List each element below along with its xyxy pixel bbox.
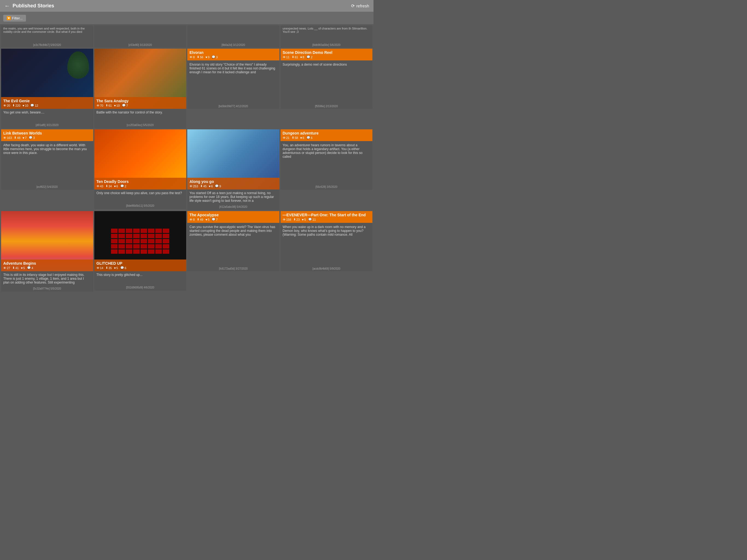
comment-icon: 💬 bbox=[29, 136, 32, 139]
stories-grid: The Evil Genie 👁 20 ⬇ 220 ♥ 10 💬 12 [d91… bbox=[0, 48, 374, 293]
likes-stat: ♥ 6 bbox=[209, 184, 213, 188]
download-icon: ⬇ bbox=[14, 136, 17, 139]
card-wrapper-adventure-begins[interactable]: Adventure Begins 👁 27 ⬇ 41 ♥ 5 💬 4 [5c32… bbox=[1, 211, 93, 292]
card-header-evil-genie: The Evil Genie 👁 20 ⬇ 220 ♥ 10 💬 12 bbox=[1, 97, 93, 109]
comments-stat: 💬 3 bbox=[29, 136, 35, 139]
partial-card-4-footer: [8db983a58e] 5/6/2020 bbox=[281, 44, 373, 47]
card-footer-scene-direction: [f5596e] 2/13/2020 bbox=[281, 104, 373, 109]
comment-icon: 💬 bbox=[120, 266, 124, 270]
card-body-text-ten-deadly: Only one choice will keep you alive, can… bbox=[94, 189, 186, 203]
card-footer-text-sara-analogy: [cc2f2a63ec] 5/5/2020 bbox=[94, 123, 186, 128]
card-wrapper-sara-analogy[interactable]: The Sara Analogy 👁 70 ⬇ 61 ♥ 10 💬 7 [cc2… bbox=[94, 49, 186, 128]
comments-stat: 💬 6 bbox=[307, 136, 312, 139]
download-icon: ⬇ bbox=[12, 104, 15, 107]
story-card-ten-deadly[interactable]: Ten Deadly Doors 👁 43 ⬇ 34 ♥ 6 💬 2 [8de8… bbox=[94, 129, 186, 189]
story-card-along-you-go[interactable]: Along you go 👁 253 ⬇ 45 ♥ 6 💬 9 [412a5ab… bbox=[187, 129, 279, 189]
card-title-sara-analogy: The Sara Analogy bbox=[97, 99, 184, 103]
download-icon: ⬇ bbox=[106, 184, 108, 188]
card-footer-elvoran: [bd3dc09d77] 4/12/2020 bbox=[187, 104, 279, 109]
views-icon: 👁 bbox=[3, 136, 6, 139]
download-icon: ⬇ bbox=[197, 218, 199, 221]
card-header-sara-analogy: The Sara Analogy 👁 70 ⬇ 61 ♥ 10 💬 7 bbox=[94, 97, 186, 109]
story-card-scene-direction[interactable]: Scene Direction Demo Reel 👁 11 ⬇ 61 ♥ 8 … bbox=[281, 49, 373, 109]
card-header-dungeon: Dungeon adventure 👁 21 ⬇ 58 ♥ 6 💬 6 bbox=[281, 129, 373, 141]
likes-stat: ♥ 10 bbox=[114, 104, 120, 107]
card-title-evenever: —EVENEVER—Part One: The Start of the End bbox=[283, 213, 370, 217]
card-title-apocalypse: The Apocalypse bbox=[189, 213, 277, 217]
story-card-evil-genie[interactable]: The Evil Genie 👁 20 ⬇ 220 ♥ 10 💬 12 [d91… bbox=[1, 49, 93, 109]
story-card-dungeon[interactable]: Dungeon adventure 👁 21 ⬇ 58 ♥ 6 💬 6 You,… bbox=[281, 129, 373, 189]
card-wrapper-glitched-up[interactable]: GLITCHED UP 👁 14 ⬇ 35 ♥ 5 💬 6 [552d9695d… bbox=[94, 211, 186, 292]
card-stats-apocalypse: 👁 8 ⬇ 49 ♥ 5 💬 7 bbox=[189, 218, 277, 221]
back-button[interactable]: ← bbox=[4, 3, 10, 9]
partial-card-1[interactable]: the realm, you are well known and well r… bbox=[1, 26, 93, 48]
views-stat: 👁 11 bbox=[283, 55, 289, 59]
card-body-link-between: After facing death, you wake up in a dif… bbox=[1, 141, 93, 184]
refresh-label: refresh bbox=[356, 4, 369, 8]
story-card-link-between[interactable]: Link Between Worlds 👁 163 ⬇ 48 ♥ 7 💬 3 A… bbox=[1, 129, 93, 189]
downloads-stat: ⬇ 35 bbox=[106, 266, 112, 270]
card-footer-dungeon: [56c628] 3/5/2020 bbox=[281, 184, 373, 189]
refresh-icon: ⟳ bbox=[351, 3, 355, 8]
card-stats-sara-analogy: 👁 70 ⬇ 61 ♥ 10 💬 7 bbox=[97, 104, 184, 107]
card-body-text-along-you-go: You started Off as a teen just making a … bbox=[187, 189, 279, 204]
views-icon: 👁 bbox=[283, 218, 286, 221]
card-header-evenever: —EVENEVER—Part One: The Start of the End… bbox=[281, 211, 373, 223]
card-footer-evenever: [acdc8b4b69] 5/9/2020 bbox=[281, 266, 373, 271]
heart-icon: ♥ bbox=[23, 104, 25, 107]
views-stat: 👁 70 bbox=[97, 104, 103, 107]
card-wrapper-evil-genie[interactable]: The Evil Genie 👁 20 ⬇ 220 ♥ 10 💬 12 [d91… bbox=[1, 49, 93, 128]
download-icon: ⬇ bbox=[106, 104, 108, 107]
partial-card-4[interactable]: unexpected news. Lots __ of characters a… bbox=[281, 26, 373, 48]
story-card-evenever[interactable]: —EVENEVER—Part One: The Start of the End… bbox=[281, 211, 373, 271]
comment-icon: 💬 bbox=[27, 266, 31, 270]
card-wrapper-along-you-go[interactable]: Along you go 👁 253 ⬇ 45 ♥ 6 💬 9 [412a5ab… bbox=[187, 129, 279, 210]
card-wrapper-ten-deadly[interactable]: Ten Deadly Doors 👁 43 ⬇ 34 ♥ 6 💬 2 [8de8… bbox=[94, 129, 186, 210]
card-stats-adventure-begins: 👁 27 ⬇ 41 ♥ 5 💬 4 bbox=[3, 266, 91, 270]
partial-card-2[interactable]: [c53e80] 3/13/2020 bbox=[94, 26, 186, 48]
story-card-elvoran[interactable]: Elvoran 👁 8 ⬇ 56 ♥ 9 💬 3 Elvoran is my o… bbox=[187, 49, 279, 109]
downloads-stat: ⬇ 220 bbox=[12, 104, 20, 107]
downloads-stat: ⬇ 41 bbox=[12, 266, 19, 270]
story-card-glitched-up[interactable]: GLITCHED UP 👁 14 ⬇ 35 ♥ 5 💬 6 [552d9695d… bbox=[94, 211, 186, 271]
likes-stat: ♥ 7 bbox=[23, 136, 27, 139]
card-stats-glitched-up: 👁 14 ⬇ 35 ♥ 5 💬 6 bbox=[97, 266, 184, 270]
partial-card-1-body: the realm, you are well known and well r… bbox=[1, 26, 93, 34]
views-icon: 👁 bbox=[283, 55, 286, 59]
download-icon: ⬇ bbox=[200, 184, 203, 188]
downloads-stat: ⬇ 58 bbox=[292, 136, 298, 139]
views-stat: 👁 8 bbox=[189, 55, 195, 59]
filter-button[interactable]: 🔽 Filter... bbox=[3, 15, 26, 22]
comments-stat: 💬 7 bbox=[122, 104, 128, 107]
card-stats-elvoran: 👁 8 ⬇ 56 ♥ 9 💬 3 bbox=[189, 55, 277, 59]
story-card-sara-analogy[interactable]: The Sara Analogy 👁 70 ⬇ 61 ♥ 10 💬 7 [cc2… bbox=[94, 49, 186, 109]
views-icon: 👁 bbox=[97, 266, 100, 270]
views-stat: 👁 43 bbox=[97, 184, 103, 188]
heart-icon: ♥ bbox=[205, 55, 207, 59]
card-footer-text-evil-genie: [d91af8] 3/21/2020 bbox=[1, 123, 93, 128]
comments-stat: 💬 11 bbox=[308, 218, 316, 221]
partial-card-4-body: unexpected news. Lots __ of characters a… bbox=[281, 26, 373, 34]
heart-icon: ♥ bbox=[205, 218, 207, 221]
likes-stat: ♥ 8 bbox=[300, 55, 304, 59]
heart-icon: ♥ bbox=[300, 136, 302, 139]
header-left: ← Published Stories bbox=[4, 3, 54, 9]
partial-card-3-body bbox=[187, 26, 279, 28]
refresh-button[interactable]: ⟳ refresh bbox=[351, 3, 369, 8]
story-card-adventure-begins[interactable]: Adventure Begins 👁 27 ⬇ 41 ♥ 5 💬 4 [5c32… bbox=[1, 211, 93, 271]
card-footer-link-between: [ecf822] 5/4/2020 bbox=[1, 184, 93, 189]
comment-icon: 💬 bbox=[30, 104, 34, 107]
filter-bar: 🔽 Filter... bbox=[0, 12, 374, 25]
partial-card-3[interactable]: [8b0a2d] 3/12/2020 bbox=[187, 26, 279, 48]
comments-stat: 💬 2 bbox=[120, 184, 126, 188]
views-stat: 👁 21 bbox=[283, 136, 289, 139]
story-card-apocalypse[interactable]: The Apocalypse 👁 8 ⬇ 49 ♥ 5 💬 7 Can you … bbox=[187, 211, 279, 271]
views-stat: 👁 163 bbox=[3, 136, 12, 139]
card-footer-apocalypse: [fc6172ad0d] 3/27/2020 bbox=[187, 266, 279, 271]
heart-icon: ♥ bbox=[114, 266, 116, 270]
comment-icon: 💬 bbox=[308, 218, 312, 221]
download-icon: ⬇ bbox=[292, 136, 294, 139]
likes-stat: ♥ 5 bbox=[21, 266, 25, 270]
views-icon: 👁 bbox=[3, 104, 6, 107]
download-icon: ⬇ bbox=[293, 218, 296, 221]
